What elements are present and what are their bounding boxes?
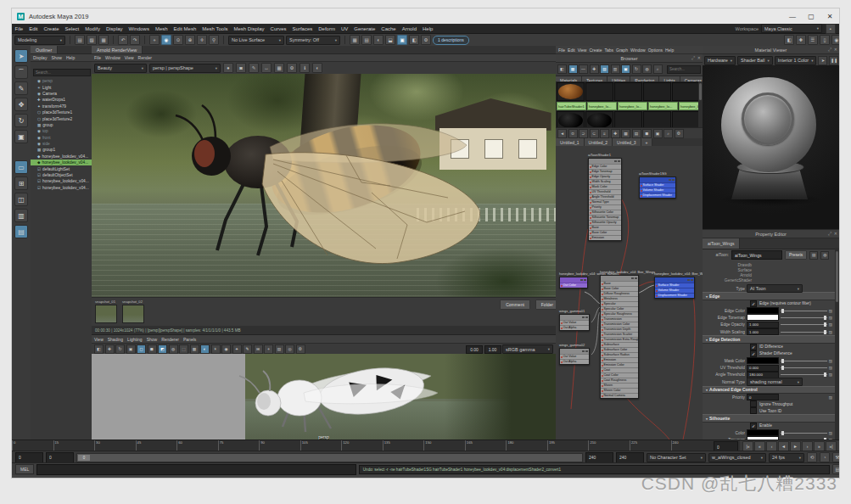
- attribute-value[interactable]: 1.000: [747, 322, 779, 328]
- layout-shortcut-icon[interactable]: ▭: [14, 160, 28, 174]
- outliner-item[interactable]: ☑ honeybee_lookdev_v04...: [31, 185, 92, 191]
- map-connect-icon[interactable]: ▨: [829, 366, 832, 370]
- outliner-menu-item[interactable]: Show: [51, 55, 62, 60]
- node-attribute-row[interactable]: Displacement Shader: [640, 193, 675, 198]
- checkbox[interactable]: ✓: [750, 300, 757, 307]
- node-editor-toolbar-icon[interactable]: ◼: [642, 129, 652, 138]
- window-control-button[interactable]: ✕: [820, 10, 839, 22]
- menu-item[interactable]: Deform: [316, 26, 339, 31]
- menu-item[interactable]: Mesh: [152, 26, 171, 31]
- node-editor-tab[interactable]: Untitled_2: [585, 138, 613, 146]
- attribute-slider[interactable]: [781, 329, 827, 335]
- node-editor-toolbar-icon[interactable]: ⊙: [568, 129, 578, 138]
- viewport-menu-item[interactable]: Shading: [108, 337, 123, 342]
- attribute-slider[interactable]: [781, 358, 827, 364]
- outliner-search-input[interactable]: [33, 69, 91, 76]
- snapshot-thumbnail[interactable]: [122, 305, 144, 323]
- viewport-toolbar-icon[interactable]: ◻: [137, 344, 146, 354]
- attribute-slider[interactable]: [781, 372, 827, 378]
- snap-tool-icon[interactable]: ◉: [161, 35, 171, 45]
- attribute-value[interactable]: [747, 429, 779, 436]
- viewport-toolbar-icon[interactable]: ◩: [158, 344, 167, 354]
- menu-item[interactable]: Edit: [26, 26, 41, 31]
- render-tool-icon[interactable]: ◐: [373, 35, 384, 45]
- viewer-toolbar-icon[interactable]: ❚❚: [829, 56, 838, 65]
- range-end-field[interactable]: [616, 452, 644, 463]
- section-header-advanced-edge[interactable]: Advanced Edge Control: [703, 386, 835, 395]
- menu-item[interactable]: Arnold: [399, 26, 419, 31]
- map-connect-icon[interactable]: ▨: [829, 431, 832, 435]
- renderview-toolbar-icon[interactable]: ↔: [261, 63, 272, 73]
- attribute-editor-icon[interactable]: ▤: [809, 251, 818, 260]
- snapshot[interactable]: snapshot_01: [95, 300, 117, 323]
- map-connect-icon[interactable]: ▨: [829, 309, 832, 313]
- surface-shader-node[interactable]: BaseBase ColorDiffuse RoughnessMetalness…: [600, 275, 639, 399]
- browser-toolbar-icon[interactable]: ↻: [632, 64, 641, 74]
- viewport-toolbar-icon[interactable]: ✎: [243, 344, 252, 354]
- node-editor-toolbar-icon[interactable]: ▣: [653, 129, 663, 138]
- colorspace-selector[interactable]: sRGB gamma: [502, 344, 553, 354]
- range-slider-handle[interactable]: 0: [78, 455, 90, 461]
- node-attribute-row[interactable]: Displacement Shader: [655, 293, 694, 298]
- render-image[interactable]: [92, 74, 556, 297]
- sidebar-toggle-icon[interactable]: ◉: [831, 35, 839, 45]
- browser-toolbar-icon[interactable]: ✚: [590, 64, 599, 74]
- priority-field[interactable]: 0: [747, 394, 779, 400]
- viewport-toolbar-icon[interactable]: ◧: [94, 344, 104, 354]
- range-slider-track[interactable]: 0: [76, 453, 583, 462]
- playback-button[interactable]: ›: [802, 441, 813, 451]
- tool-icon[interactable]: ▣: [14, 130, 28, 143]
- menu-item[interactable]: Mesh Tools: [199, 26, 231, 31]
- playback-button[interactable]: ◄: [778, 441, 789, 451]
- node-editor-toolbar-icon[interactable]: ✚: [611, 129, 620, 138]
- comment-button[interactable]: Comment: [500, 300, 530, 310]
- viewport-toolbar-icon[interactable]: ◎: [285, 344, 294, 354]
- hypershade-menu-item[interactable]: View: [578, 48, 587, 53]
- hypershade-menu-item[interactable]: Graph: [616, 48, 628, 53]
- playback-button[interactable]: ►: [790, 441, 801, 451]
- layout-shortcut-icon[interactable]: ▥: [14, 209, 28, 222]
- browser-toolbar-icon[interactable]: ⌕: [653, 64, 663, 74]
- browser-toolbar-icon[interactable]: ▦: [568, 64, 578, 74]
- file-tool-icon[interactable]: ▧: [87, 35, 97, 45]
- sidebar-toggle-icon[interactable]: ▯: [820, 35, 830, 45]
- checkbox-row[interactable]: Use Toon ID: [703, 407, 835, 414]
- snapshot[interactable]: snapshot_02: [122, 300, 144, 323]
- viewport-toolbar-icon[interactable]: ✥: [105, 344, 115, 354]
- sidebar-toggle-icon[interactable]: ✚: [796, 35, 806, 45]
- checkbox[interactable]: ✓: [750, 423, 757, 429]
- material-swatch[interactable]: [614, 82, 642, 101]
- gamma-field[interactable]: 1.00: [484, 345, 501, 354]
- renderview-toolbar-icon[interactable]: ▦: [274, 63, 284, 73]
- material-name-label[interactable]: honeybee_lo...: [587, 102, 617, 110]
- undo-redo-icon[interactable]: ↷: [130, 35, 140, 45]
- playback-option-icon[interactable]: ⚒: [832, 452, 839, 462]
- viewer-geometry-selector[interactable]: Shader Ball: [737, 56, 773, 65]
- render-tool-icon[interactable]: ▣: [397, 35, 407, 45]
- attribute-value[interactable]: [747, 357, 779, 364]
- browser-toolbar-icon[interactable]: ◍: [642, 64, 652, 74]
- viewer-toolbar-icon[interactable]: ➤: [818, 56, 827, 65]
- snapshot-thumbnail[interactable]: [95, 305, 117, 323]
- hypershade-menu-item[interactable]: File: [558, 48, 565, 53]
- shading-group-node[interactable]: Surface ShaderVolume ShaderDisplacement …: [654, 277, 695, 299]
- render-tool-icon[interactable]: ⬓: [385, 35, 395, 45]
- outliner-item[interactable]: ⬡ place3dTexture1: [31, 109, 92, 115]
- viewport-canvas[interactable]: persp: [92, 354, 556, 440]
- browser-toolbar-icon[interactable]: ◧: [557, 64, 567, 74]
- material-swatch[interactable]: [672, 111, 700, 127]
- playback-button[interactable]: »: [814, 441, 825, 451]
- window-control-button[interactable]: ▢: [802, 10, 820, 22]
- menu-item[interactable]: UV: [338, 26, 350, 31]
- outliner-tab[interactable]: Outliner: [31, 46, 58, 53]
- layout-shortcut-icon[interactable]: ⊞: [14, 176, 28, 190]
- attribute-slider[interactable]: [781, 322, 827, 328]
- tool-icon[interactable]: ↻: [14, 114, 28, 127]
- viewport-menu-item[interactable]: Lighting: [127, 337, 143, 342]
- attribute-slider[interactable]: [781, 430, 827, 436]
- node-attribute-row[interactable]: Out Color: [560, 283, 587, 288]
- viewport-toolbar-icon[interactable]: ◍: [169, 344, 178, 354]
- node-editor-toolbar-icon[interactable]: ≡: [600, 129, 609, 138]
- renderview-menu-item[interactable]: Render: [138, 55, 152, 60]
- viewport-menu-item[interactable]: Renderer: [161, 337, 179, 342]
